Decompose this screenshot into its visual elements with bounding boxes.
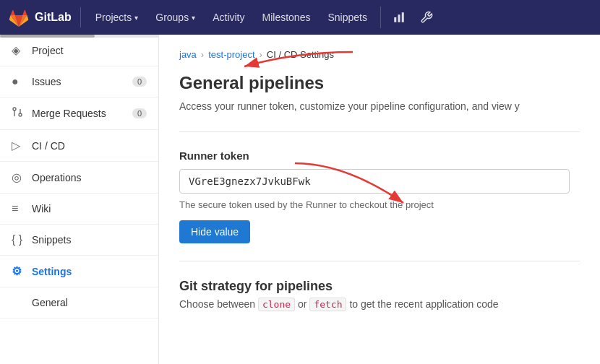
breadcrumb-wrapper: java › test-project › CI / CD Settings bbox=[179, 49, 580, 60]
fetch-code: fetch bbox=[309, 298, 346, 311]
issues-badge: 0 bbox=[132, 77, 147, 87]
settings-icon: ⚙ bbox=[12, 264, 25, 278]
merge-requests-badge: 0 bbox=[132, 108, 147, 118]
brand[interactable]: GitLab bbox=[9, 7, 81, 27]
general-icon bbox=[12, 296, 25, 309]
sidebar-item-settings[interactable]: ⚙ Settings bbox=[0, 256, 158, 287]
breadcrumb: java › test-project › CI / CD Settings bbox=[179, 49, 580, 60]
page-title: General pipelines bbox=[179, 73, 580, 93]
git-strategy-section: Git strategy for pipelines Choose betwee… bbox=[179, 279, 580, 310]
sidebar-item-project[interactable]: ◈ Project bbox=[0, 35, 158, 66]
breadcrumb-sep-1: › bbox=[201, 49, 204, 60]
section-divider-1 bbox=[179, 131, 580, 132]
issues-icon: ● bbox=[12, 75, 25, 88]
snippets-icon: { } bbox=[12, 233, 25, 246]
sidebar-item-merge-requests[interactable]: Merge Requests 0 bbox=[0, 98, 158, 130]
nav-divider bbox=[380, 6, 381, 28]
runner-token-section: Runner token The secure token used by th… bbox=[179, 150, 580, 243]
wrench-icon[interactable] bbox=[413, 0, 440, 35]
merge-requests-icon bbox=[12, 106, 25, 121]
svg-point-4 bbox=[19, 113, 22, 116]
sidebar: ◈ Project ● Issues 0 Merge Requests 0 ▷ … bbox=[0, 35, 159, 364]
nav-snippets[interactable]: Snippets bbox=[319, 0, 375, 35]
navbar: GitLab Projects ▾ Groups ▾ Activity Mile… bbox=[0, 0, 600, 35]
gitlab-logo-icon bbox=[9, 7, 29, 27]
token-description: The secure token used by the Runner to c… bbox=[179, 199, 580, 210]
sidebar-item-snippets[interactable]: { } Snippets bbox=[0, 225, 158, 256]
breadcrumb-test-project[interactable]: test-project bbox=[208, 49, 254, 60]
breadcrumb-current: CI / CD Settings bbox=[267, 49, 334, 60]
operations-icon: ◎ bbox=[12, 170, 25, 184]
project-icon: ◈ bbox=[12, 43, 25, 57]
wiki-icon: ≡ bbox=[12, 202, 25, 215]
hide-value-button[interactable]: Hide value bbox=[179, 220, 250, 243]
clone-code: clone bbox=[258, 298, 295, 311]
nav-milestones[interactable]: Milestones bbox=[254, 0, 320, 35]
sidebar-item-cicd[interactable]: ▷ CI / CD bbox=[0, 130, 158, 162]
svg-point-3 bbox=[13, 108, 16, 110]
svg-rect-2 bbox=[402, 12, 404, 22]
bar-chart-icon[interactable] bbox=[385, 0, 413, 35]
runner-token-label: Runner token bbox=[179, 150, 580, 162]
main-content: java › test-project › CI / CD Settings G… bbox=[159, 35, 600, 364]
sidebar-item-wiki[interactable]: ≡ Wiki bbox=[0, 194, 158, 225]
nav-projects[interactable]: Projects ▾ bbox=[87, 0, 147, 35]
chevron-down-icon: ▾ bbox=[134, 14, 138, 22]
page-description: Access your runner token, customize your… bbox=[179, 99, 580, 114]
git-strategy-description: Choose between clone or fetch to get the… bbox=[179, 298, 580, 310]
brand-name: GitLab bbox=[35, 11, 72, 24]
runner-token-input[interactable] bbox=[179, 169, 570, 194]
nav-activity[interactable]: Activity bbox=[204, 0, 253, 35]
chevron-down-icon: ▾ bbox=[192, 14, 195, 22]
cicd-icon: ▷ bbox=[12, 139, 25, 152]
sidebar-item-issues[interactable]: ● Issues 0 bbox=[0, 66, 158, 98]
svg-rect-0 bbox=[394, 17, 396, 22]
git-strategy-title: Git strategy for pipelines bbox=[179, 279, 580, 294]
nav-groups[interactable]: Groups ▾ bbox=[147, 0, 204, 35]
sidebar-item-operations[interactable]: ◎ Operations bbox=[0, 162, 158, 194]
breadcrumb-sep-2: › bbox=[260, 49, 262, 60]
breadcrumb-java[interactable]: java bbox=[179, 49, 197, 60]
app-layout: ◈ Project ● Issues 0 Merge Requests 0 ▷ … bbox=[0, 35, 600, 364]
section-divider-2 bbox=[179, 261, 580, 261]
sidebar-item-general[interactable]: General bbox=[0, 287, 158, 318]
svg-rect-1 bbox=[398, 14, 400, 22]
